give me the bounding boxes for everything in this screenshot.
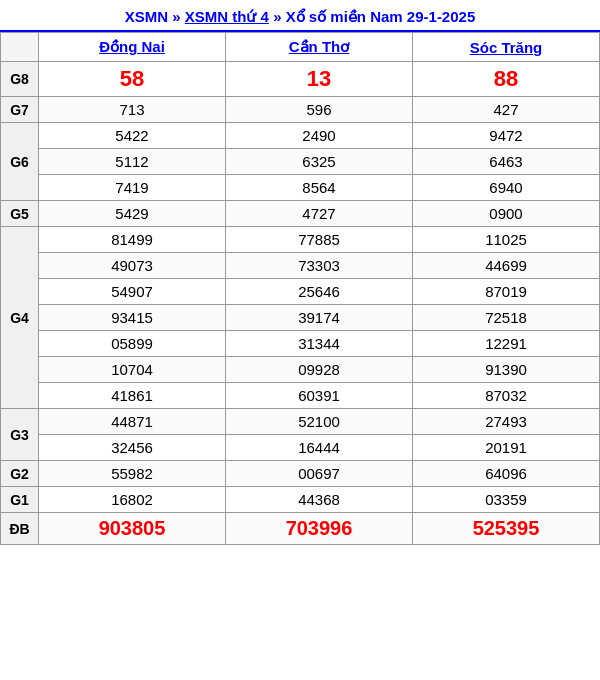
cell-value: 903805 (39, 513, 226, 545)
row-label-g6: G6 (1, 123, 39, 201)
cell-value: 11025 (413, 227, 600, 253)
table-row: 741985646940 (1, 175, 600, 201)
table-row: G5542947270900 (1, 201, 600, 227)
cell-value: 10704 (39, 357, 226, 383)
day-label: XSMN thứ 4 (185, 8, 269, 25)
cell-value: 6940 (413, 175, 600, 201)
cell-value: 596 (226, 97, 413, 123)
province-header-soc-trang: Sóc Trăng (413, 33, 600, 62)
table-row: 490737330344699 (1, 253, 600, 279)
row-label-g3: G3 (1, 409, 39, 461)
header: XSMN » XSMN thứ 4 » Xổ số miền Nam 29-1-… (0, 0, 600, 32)
table-row: G2559820069764096 (1, 461, 600, 487)
cell-value: 0900 (413, 201, 600, 227)
separator: » (172, 8, 185, 25)
cell-value: 13 (226, 62, 413, 97)
table-row: 324561644420191 (1, 435, 600, 461)
cell-value: 703996 (226, 513, 413, 545)
cell-value: 60391 (226, 383, 413, 409)
cell-value: 27493 (413, 409, 600, 435)
cell-value: 31344 (226, 331, 413, 357)
separator2: » (273, 8, 286, 25)
cell-value: 03359 (413, 487, 600, 513)
cell-value: 54907 (39, 279, 226, 305)
cell-value: 525395 (413, 513, 600, 545)
cell-value: 72518 (413, 305, 600, 331)
cell-value: 16444 (226, 435, 413, 461)
cell-value: 4727 (226, 201, 413, 227)
table-row: 418616039187032 (1, 383, 600, 409)
table-row: 549072564687019 (1, 279, 600, 305)
cell-value: 77885 (226, 227, 413, 253)
cell-value: 09928 (226, 357, 413, 383)
cell-value: 8564 (226, 175, 413, 201)
cell-value: 41861 (39, 383, 226, 409)
table-row: ĐB903805703996525395 (1, 513, 600, 545)
row-label-đb: ĐB (1, 513, 39, 545)
cell-value: 64096 (413, 461, 600, 487)
cell-value: 00697 (226, 461, 413, 487)
cell-value: 5429 (39, 201, 226, 227)
cell-value: 93415 (39, 305, 226, 331)
cell-value: 05899 (39, 331, 226, 357)
cell-value: 7419 (39, 175, 226, 201)
cell-value: 12291 (413, 331, 600, 357)
cell-value: 87019 (413, 279, 600, 305)
cell-value: 55982 (39, 461, 226, 487)
site-title: XSMN » XSMN thứ 4 » Xổ số miền Nam 29-1-… (4, 8, 596, 26)
table-row: G3448715210027493 (1, 409, 600, 435)
cell-value: 16802 (39, 487, 226, 513)
cell-value: 44368 (226, 487, 413, 513)
cell-value: 20191 (413, 435, 600, 461)
cell-value: 5422 (39, 123, 226, 149)
cell-value: 52100 (226, 409, 413, 435)
table-row: 511263256463 (1, 149, 600, 175)
province-header-can-tho: Cần Thơ (226, 33, 413, 62)
page-title: Xổ số miền Nam 29-1-2025 (286, 8, 476, 25)
xsmn-label: XSMN (125, 8, 168, 25)
cell-value: 6325 (226, 149, 413, 175)
cell-value: 81499 (39, 227, 226, 253)
cell-value: 9472 (413, 123, 600, 149)
cell-value: 5112 (39, 149, 226, 175)
cell-value: 32456 (39, 435, 226, 461)
table-row: G1168024436803359 (1, 487, 600, 513)
table-row: G7713596427 (1, 97, 600, 123)
row-label-g4: G4 (1, 227, 39, 409)
table-row: 058993134412291 (1, 331, 600, 357)
cell-value: 44871 (39, 409, 226, 435)
province-header-dong-nai: Đồng Nai (39, 33, 226, 62)
cell-value: 73303 (226, 253, 413, 279)
cell-value: 427 (413, 97, 600, 123)
cell-value: 25646 (226, 279, 413, 305)
table-row: G6542224909472 (1, 123, 600, 149)
lottery-table-container: Đồng Nai Cần Thơ Sóc Trăng G8581388G7713… (0, 32, 600, 545)
label-header (1, 33, 39, 62)
row-label-g8: G8 (1, 62, 39, 97)
lottery-table: Đồng Nai Cần Thơ Sóc Trăng G8581388G7713… (0, 32, 600, 545)
table-row: 934153917472518 (1, 305, 600, 331)
row-label-g1: G1 (1, 487, 39, 513)
cell-value: 713 (39, 97, 226, 123)
cell-value: 88 (413, 62, 600, 97)
row-label-g5: G5 (1, 201, 39, 227)
table-row: G8581388 (1, 62, 600, 97)
cell-value: 87032 (413, 383, 600, 409)
cell-value: 39174 (226, 305, 413, 331)
cell-value: 44699 (413, 253, 600, 279)
cell-value: 2490 (226, 123, 413, 149)
cell-value: 49073 (39, 253, 226, 279)
province-header-row: Đồng Nai Cần Thơ Sóc Trăng (1, 33, 600, 62)
cell-value: 6463 (413, 149, 600, 175)
row-label-g7: G7 (1, 97, 39, 123)
table-row: G4814997788511025 (1, 227, 600, 253)
cell-value: 91390 (413, 357, 600, 383)
table-row: 107040992891390 (1, 357, 600, 383)
cell-value: 58 (39, 62, 226, 97)
row-label-g2: G2 (1, 461, 39, 487)
